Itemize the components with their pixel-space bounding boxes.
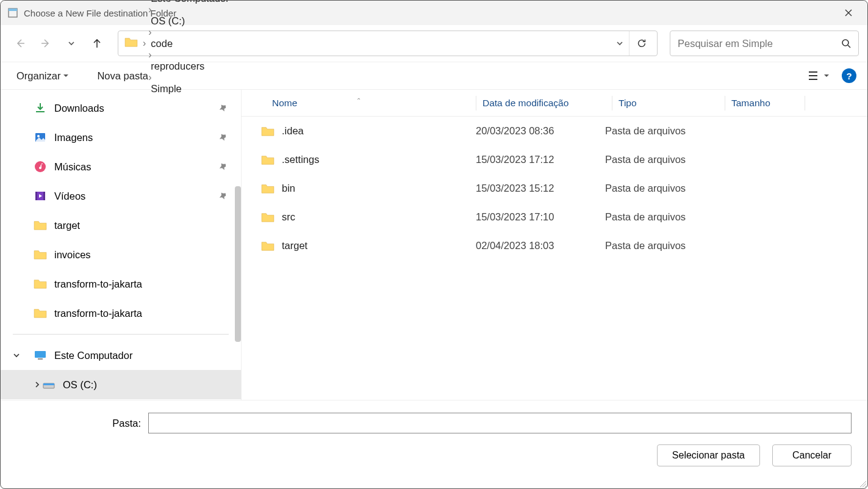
chevron-down-icon[interactable] bbox=[13, 352, 20, 359]
drive-icon bbox=[42, 378, 56, 391]
breadcrumb-item[interactable]: OS (C:) bbox=[147, 15, 232, 27]
refresh-button[interactable] bbox=[629, 31, 653, 56]
folder-icon bbox=[261, 126, 274, 137]
pin-icon bbox=[219, 162, 228, 171]
file-type: Pasta de arquivos bbox=[605, 154, 711, 165]
svg-rect-7 bbox=[35, 192, 37, 200]
computer-icon bbox=[34, 349, 47, 362]
help-button[interactable]: ? bbox=[842, 68, 856, 83]
file-type: Pasta de arquivos bbox=[605, 240, 711, 252]
file-row[interactable]: src15/03/2023 17:10Pasta de arquivos bbox=[242, 203, 867, 231]
chevron-right-icon: › bbox=[147, 49, 152, 60]
folder-icon bbox=[34, 219, 47, 232]
sidebar: DownloadsImagensMúsicasVídeostargetinvoi… bbox=[1, 90, 241, 400]
sidebar-item[interactable]: invoices bbox=[1, 240, 241, 269]
new-folder-label: Nova pasta bbox=[97, 70, 148, 82]
back-button[interactable] bbox=[9, 32, 31, 54]
search-icon bbox=[841, 38, 851, 48]
sidebar-item[interactable]: Downloads bbox=[1, 93, 241, 123]
file-type: Pasta de arquivos bbox=[605, 211, 711, 223]
sidebar-label: target bbox=[54, 220, 80, 231]
address-dropdown[interactable] bbox=[611, 39, 629, 48]
toolbar: Organizar Nova pasta ? bbox=[1, 62, 867, 90]
forward-button[interactable] bbox=[35, 32, 57, 54]
folder-icon bbox=[261, 154, 274, 165]
file-name: target bbox=[282, 240, 307, 252]
svg-rect-1 bbox=[9, 9, 17, 11]
select-folder-button[interactable]: Selecionar pasta bbox=[657, 444, 760, 466]
folder-icon bbox=[34, 248, 47, 261]
title-bar: Choose a New File destination Folder bbox=[1, 1, 867, 25]
videos-icon bbox=[34, 189, 47, 203]
folder-icon bbox=[261, 212, 274, 223]
sidebar-label: Vídeos bbox=[54, 190, 85, 202]
svg-rect-8 bbox=[43, 192, 45, 200]
column-type[interactable]: Tipo bbox=[619, 98, 725, 109]
breadcrumb-item[interactable]: Este Computador bbox=[147, 0, 232, 4]
address-bar[interactable]: › Este Computador›OS (C:)›code›reproduce… bbox=[118, 31, 658, 56]
view-menu[interactable] bbox=[805, 70, 832, 81]
folder-icon bbox=[34, 306, 47, 320]
search-box[interactable] bbox=[670, 31, 859, 56]
pin-icon bbox=[219, 133, 228, 142]
sidebar-label: OS (C:) bbox=[63, 379, 97, 391]
sidebar-item[interactable]: target bbox=[1, 211, 241, 240]
sidebar-item[interactable]: Músicas bbox=[1, 152, 241, 181]
up-button[interactable] bbox=[86, 32, 108, 54]
folder-icon bbox=[124, 37, 138, 50]
file-row[interactable]: target02/04/2023 18:03Pasta de arquivos bbox=[242, 231, 867, 260]
svg-rect-9 bbox=[35, 351, 46, 358]
cancel-button[interactable]: Cancelar bbox=[772, 444, 852, 466]
file-row[interactable]: bin15/03/2023 15:12Pasta de arquivos bbox=[242, 174, 867, 203]
breadcrumb-item[interactable]: reproducers bbox=[147, 60, 232, 72]
sort-indicator-icon: ⌃ bbox=[356, 97, 361, 104]
file-name: src bbox=[282, 211, 295, 223]
file-row[interactable]: .idea20/03/2023 08:36Pasta de arquivos bbox=[242, 117, 867, 145]
sidebar-item-drive[interactable]: OS (C:) bbox=[1, 370, 241, 399]
bottom-panel: Pasta: Selecionar pasta Cancelar bbox=[1, 400, 867, 473]
svg-point-5 bbox=[35, 161, 46, 172]
sidebar-item[interactable]: Vídeos bbox=[1, 181, 241, 211]
column-date[interactable]: Data de modificação bbox=[482, 98, 612, 109]
folder-icon bbox=[261, 241, 274, 252]
chevron-right-icon: › bbox=[147, 27, 152, 37]
sidebar-item[interactable]: transform-to-jakarta bbox=[1, 299, 241, 328]
pin-icon bbox=[219, 104, 228, 112]
file-name: bin bbox=[282, 183, 295, 194]
download-icon bbox=[34, 101, 47, 115]
chevron-right-icon[interactable] bbox=[34, 381, 41, 388]
sidebar-label: invoices bbox=[54, 249, 91, 261]
resize-grip[interactable] bbox=[859, 480, 866, 487]
sidebar-item[interactable]: transform-to-jakarta bbox=[1, 269, 241, 299]
sidebar-label: transform-to-jakarta bbox=[54, 308, 142, 319]
sidebar-item[interactable]: Imagens bbox=[1, 123, 241, 152]
breadcrumb-item[interactable]: code bbox=[147, 38, 232, 49]
file-date: 02/04/2023 18:03 bbox=[476, 240, 605, 252]
pin-icon bbox=[219, 192, 228, 200]
file-type: Pasta de arquivos bbox=[605, 183, 711, 194]
file-date: 15/03/2023 17:12 bbox=[476, 154, 605, 165]
column-name[interactable]: ⌃ Nome bbox=[242, 98, 476, 109]
sidebar-item-computer[interactable]: Este Computador bbox=[1, 341, 241, 370]
file-date: 15/03/2023 17:10 bbox=[476, 211, 605, 223]
folder-icon bbox=[261, 183, 274, 194]
organize-menu[interactable]: Organizar bbox=[12, 68, 74, 84]
file-date: 15/03/2023 15:12 bbox=[476, 183, 605, 194]
file-list: ⌃ Nome Data de modificação Tipo Tamanho … bbox=[241, 90, 867, 400]
file-row[interactable]: .settings15/03/2023 17:12Pasta de arquiv… bbox=[242, 145, 867, 174]
file-name: .settings bbox=[282, 154, 319, 165]
folder-input[interactable] bbox=[148, 413, 852, 433]
search-input[interactable] bbox=[678, 38, 841, 49]
svg-point-2 bbox=[842, 40, 848, 46]
new-folder-button[interactable]: Nova pasta bbox=[92, 68, 152, 84]
chevron-right-icon: › bbox=[147, 4, 152, 15]
sidebar-scrollbar[interactable] bbox=[235, 186, 241, 342]
file-name: .idea bbox=[282, 125, 304, 137]
close-button[interactable] bbox=[834, 3, 863, 23]
svg-rect-12 bbox=[43, 383, 54, 385]
column-headers: ⌃ Nome Data de modificação Tipo Tamanho bbox=[242, 90, 867, 117]
column-size[interactable]: Tamanho bbox=[731, 98, 805, 109]
recent-dropdown[interactable] bbox=[60, 32, 82, 54]
music-icon bbox=[34, 160, 47, 173]
organize-label: Organizar bbox=[16, 70, 60, 82]
